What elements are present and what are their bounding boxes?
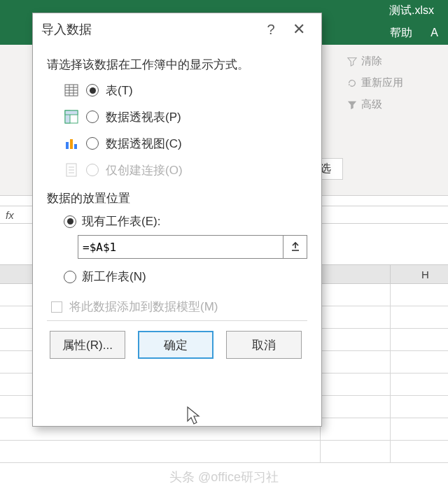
funnel-clear-icon bbox=[347, 57, 357, 66]
option-connection-only-label: 仅创建连接(O) bbox=[106, 162, 183, 178]
watermark: 头条 @office研习社 bbox=[0, 469, 448, 485]
option-table-label: 表(T) bbox=[106, 83, 133, 99]
cmd-advanced[interactable]: 高级 bbox=[347, 98, 438, 111]
ribbon-commands: 清除 重新应用 高级 bbox=[347, 55, 438, 120]
location-new-row[interactable]: 新工作表(N) bbox=[64, 269, 307, 285]
properties-button[interactable]: 属性(R)... bbox=[50, 331, 125, 359]
col-header-h[interactable]: H bbox=[391, 265, 448, 283]
display-prompt: 请选择该数据在工作簿中的显示方式。 bbox=[47, 57, 307, 73]
help-button[interactable]: ? bbox=[257, 22, 285, 38]
add-to-model-row: 将此数据添加到数据模型(M) bbox=[51, 299, 307, 315]
fx-label: fx bbox=[6, 209, 14, 221]
cancel-button[interactable]: 取消 bbox=[226, 331, 302, 359]
ok-button[interactable]: 确定 bbox=[138, 331, 214, 359]
option-pivot-chart-row[interactable]: 数据透视图(C) bbox=[64, 133, 307, 154]
option-pivot-table-row[interactable]: 数据透视表(P) bbox=[64, 106, 307, 127]
radio-pivot-chart[interactable] bbox=[86, 137, 99, 150]
option-pivot-chart-label: 数据透视图(C) bbox=[106, 136, 182, 152]
tab-a[interactable]: A bbox=[430, 27, 438, 39]
dialog-separator bbox=[47, 320, 307, 321]
svg-rect-8 bbox=[65, 111, 78, 115]
location-new-label: 新工作表(N) bbox=[82, 269, 146, 285]
checkbox-add-model bbox=[51, 301, 62, 313]
pivot-chart-icon bbox=[64, 136, 79, 151]
cmd-clear[interactable]: 清除 bbox=[347, 55, 438, 68]
col-header-blank2 bbox=[321, 265, 391, 283]
collapse-dialog-button[interactable] bbox=[284, 235, 307, 259]
dialog-titlebar[interactable]: 导入数据 ? ✕ bbox=[33, 13, 321, 45]
option-connection-only-row: 仅创建连接(O) bbox=[64, 159, 307, 180]
funnel-advanced-icon bbox=[347, 100, 357, 110]
reapply-icon bbox=[347, 78, 357, 88]
close-button[interactable]: ✕ bbox=[285, 20, 313, 38]
add-to-model-label: 将此数据添加到数据模型(M) bbox=[69, 299, 218, 315]
svg-rect-11 bbox=[74, 144, 77, 149]
location-existing-row[interactable]: 现有工作表(E): bbox=[64, 213, 307, 229]
option-table-row[interactable]: 表(T) bbox=[64, 80, 307, 101]
connection-icon bbox=[64, 162, 79, 178]
dialog-title-text: 导入数据 bbox=[41, 21, 92, 38]
table-icon bbox=[64, 83, 79, 98]
svg-rect-9 bbox=[66, 142, 69, 149]
svg-rect-10 bbox=[70, 139, 73, 149]
location-label: 数据的放置位置 bbox=[47, 190, 307, 206]
cell-reference-input[interactable] bbox=[78, 235, 284, 259]
range-picker-icon bbox=[290, 241, 301, 252]
filename: 测试.xlsx bbox=[389, 3, 434, 18]
option-pivot-table-label: 数据透视表(P) bbox=[106, 109, 181, 125]
radio-pivot-table[interactable] bbox=[86, 111, 99, 123]
pivot-table-icon bbox=[64, 109, 79, 124]
radio-table[interactable] bbox=[86, 84, 99, 97]
radio-connection-only bbox=[86, 164, 99, 176]
radio-new-sheet[interactable] bbox=[64, 271, 76, 283]
location-existing-label: 现有工作表(E): bbox=[82, 213, 160, 229]
import-data-dialog: 导入数据 ? ✕ 请选择该数据在工作簿中的显示方式。 表(T) 数据透视表(P) bbox=[32, 13, 322, 427]
tab-help[interactable]: 帮助 bbox=[390, 26, 412, 41]
cmd-reapply[interactable]: 重新应用 bbox=[347, 76, 438, 90]
radio-existing-sheet[interactable] bbox=[64, 215, 76, 228]
